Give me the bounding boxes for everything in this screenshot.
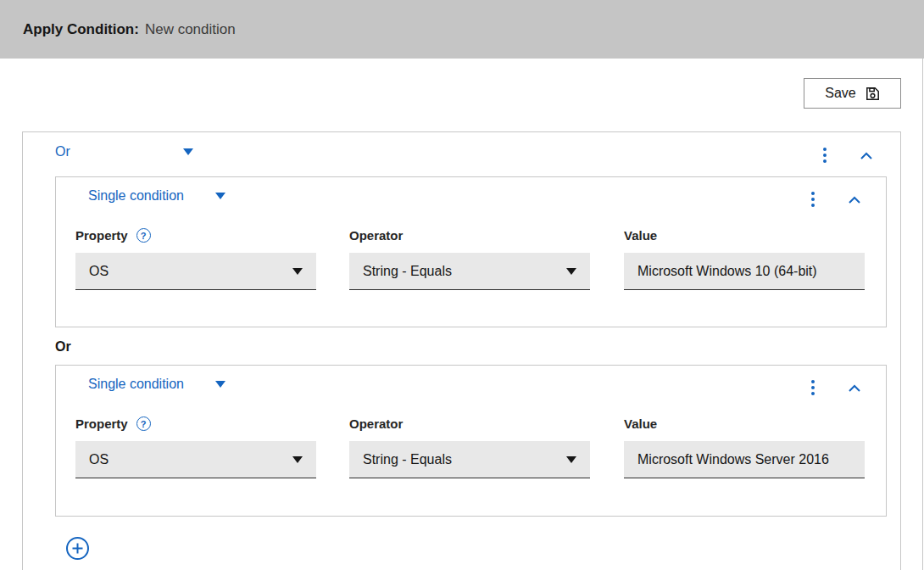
operator-column: Operator String - Equals	[349, 228, 590, 290]
page-right-border	[922, 59, 923, 570]
condition-card-1: Single condition Property ? OS Operator	[55, 176, 887, 327]
condition-type-label: Single condition	[88, 377, 184, 392]
save-button-label: Save	[825, 86, 855, 101]
group-overflow-menu-button[interactable]	[815, 144, 835, 166]
operator-select-value: String - Equals	[363, 452, 452, 467]
condition-name: New condition	[145, 21, 236, 38]
property-label: Property	[75, 228, 128, 243]
operator-select[interactable]: String - Equals	[349, 253, 590, 290]
value-column: Value Microsoft Windows 10 (64-bit)	[624, 228, 865, 290]
value-label: Value	[624, 416, 657, 431]
caret-down-icon	[215, 381, 225, 388]
help-question-icon[interactable]: ?	[136, 416, 151, 431]
caret-down-icon	[566, 456, 576, 463]
caret-down-icon	[292, 268, 303, 275]
property-column: Property ? OS	[75, 416, 316, 478]
condition-type-label: Single condition	[88, 188, 184, 204]
value-input-text: Microsoft Windows 10 (64-bit)	[637, 264, 817, 279]
operator-label: Operator	[349, 416, 403, 431]
operator-column: Operator String - Equals	[349, 416, 590, 478]
property-select[interactable]: OS	[75, 253, 316, 290]
property-label: Property	[75, 416, 128, 431]
operator-label: Operator	[349, 228, 403, 243]
condition-collapse-button[interactable]	[844, 189, 865, 211]
apply-condition-page: Apply Condition: New condition Save Or	[0, 0, 924, 570]
group-operator-label: Or	[55, 144, 70, 159]
condition-card-2: Single condition Property ? OS Operator	[55, 365, 887, 517]
property-label-row: Property ?	[75, 228, 316, 243]
group-operator-dropdown[interactable]: Or	[55, 144, 193, 159]
operator-select-value: String - Equals	[363, 264, 452, 279]
property-select-value: OS	[89, 264, 109, 279]
value-input-text: Microsoft Windows Server 2016	[637, 452, 829, 467]
caret-down-icon	[292, 456, 303, 463]
overflow-menu-icon	[811, 192, 815, 207]
property-select-value: OS	[89, 452, 109, 467]
condition-overflow-menu-button[interactable]	[803, 377, 823, 399]
help-question-icon[interactable]: ?	[136, 228, 151, 243]
value-label: Value	[624, 228, 657, 243]
caret-down-icon	[566, 268, 576, 275]
property-label-row: Property ?	[75, 416, 316, 431]
group-collapse-button[interactable]	[856, 145, 877, 167]
caret-down-icon	[183, 148, 193, 155]
page-titlebar: Apply Condition: New condition	[0, 0, 924, 59]
chevron-up-icon	[848, 196, 861, 204]
property-select[interactable]: OS	[75, 441, 316, 478]
value-input[interactable]: Microsoft Windows Server 2016	[624, 441, 865, 478]
plus-circle-icon	[65, 536, 90, 561]
floppy-disk-icon	[866, 87, 880, 101]
condition-type-dropdown[interactable]: Single condition	[88, 377, 225, 392]
caret-down-icon	[215, 193, 225, 199]
value-column: Value Microsoft Windows Server 2016	[624, 416, 865, 478]
value-label-row: Value	[624, 228, 865, 243]
operator-select[interactable]: String - Equals	[349, 441, 590, 478]
value-input[interactable]: Microsoft Windows 10 (64-bit)	[624, 253, 865, 290]
add-condition-button[interactable]	[65, 536, 90, 561]
save-button[interactable]: Save	[804, 78, 901, 109]
chevron-up-icon	[848, 384, 861, 393]
condition-overflow-menu-button[interactable]	[803, 188, 823, 210]
chevron-up-icon	[860, 152, 873, 160]
value-label-row: Value	[624, 416, 865, 431]
property-column: Property ? OS	[75, 228, 316, 290]
condition-collapse-button[interactable]	[844, 377, 865, 400]
operator-label-row: Operator	[349, 416, 590, 431]
between-conditions-operator-label: Or	[55, 339, 71, 355]
operator-label-row: Operator	[349, 228, 590, 243]
condition-type-dropdown[interactable]: Single condition	[88, 188, 225, 204]
overflow-menu-icon	[823, 148, 827, 163]
overflow-menu-icon	[811, 380, 815, 395]
page-title: Apply Condition:	[23, 21, 139, 38]
